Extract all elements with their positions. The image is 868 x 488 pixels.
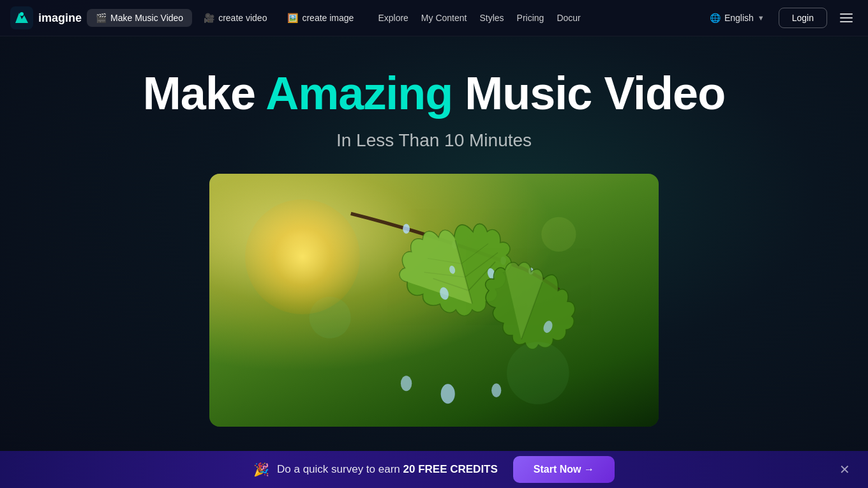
svg-rect-0 [10,6,33,29]
hero-title-part2: Music Video [453,68,725,119]
tab-make-music-video[interactable]: 🎬 Make Music Video [87,9,192,27]
tab-create-video[interactable]: 🎥 create video [195,9,276,27]
chevron-down-icon: ▼ [758,14,765,22]
notification-text: Do a quick survey to earn 20 FREE CREDIT… [277,463,498,476]
svg-point-10 [441,385,455,404]
nav-link-pricing[interactable]: Pricing [517,13,544,23]
music-video-icon: 🎬 [96,13,107,23]
tab-make-music-video-label: Make Music Video [110,13,183,23]
menu-line-1 [840,13,853,15]
tab-create-image-label: create image [302,13,354,23]
svg-point-14 [507,342,569,404]
notification-text-part1: Do a quick survey to earn [277,463,403,475]
sun-glow [245,199,360,314]
logo-icon [10,6,33,29]
notification-bar: 🎉 Do a quick survey to earn 20 FREE CRED… [0,451,868,488]
start-now-button[interactable]: Start Now → [513,456,615,483]
language-selector[interactable]: 🌐 English ▼ [703,9,771,27]
svg-point-11 [401,376,412,392]
navbar: imagine 🎬 Make Music Video 🎥 create vide… [0,0,868,36]
hero-title-accent: Amazing [266,68,453,119]
svg-point-12 [491,383,501,397]
nav-link-my-content[interactable]: My Content [421,13,467,23]
nav-links: Explore My Content Styles Pricing Docur [378,13,580,23]
hamburger-menu-button[interactable] [835,8,858,27]
login-button[interactable]: Login [779,8,827,28]
svg-point-1 [20,12,24,16]
nav-link-styles[interactable]: Styles [479,13,504,23]
close-notification-button[interactable]: ✕ [834,459,855,480]
svg-point-15 [541,217,576,252]
hero-title-part1: Make [143,68,266,119]
notification-highlight: 20 FREE CREDITS [403,463,498,475]
language-icon: 🌐 [710,13,721,23]
nav-right: 🌐 English ▼ Login [703,8,858,28]
menu-line-3 [840,21,853,22]
create-video-icon: 🎥 [204,13,214,23]
svg-point-2 [403,224,410,234]
nav-tabs: 🎬 Make Music Video 🎥 create video 🖼️ cre… [87,9,363,27]
tab-create-video-label: create video [218,13,267,23]
nav-link-docs[interactable]: Docur [557,13,580,23]
logo[interactable]: imagine [10,6,82,29]
menu-line-2 [840,17,853,19]
language-label: English [724,13,754,23]
nav-link-explore[interactable]: Explore [378,13,408,23]
hero-title: Make Amazing Music Video [143,68,725,119]
hero-subtitle: In Less Than 10 Minutes [336,130,532,151]
video-preview[interactable] [209,174,659,427]
main-content: Make Amazing Music Video In Less Than 10… [0,36,868,427]
logo-text: imagine [38,11,82,25]
party-icon: 🎉 [253,462,269,477]
create-image-icon: 🖼️ [287,13,298,23]
tab-create-image[interactable]: 🖼️ create image [278,9,363,27]
